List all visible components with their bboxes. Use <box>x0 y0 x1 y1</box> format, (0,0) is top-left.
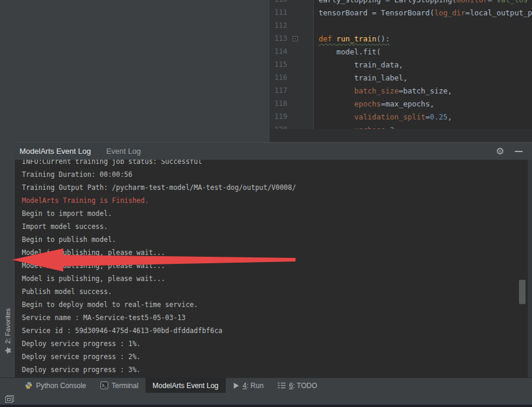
log-line: Service id : 59d30946-475d-4613-90bd-dfd… <box>22 324 296 337</box>
code-line-113: 113-def run_train(): <box>270 32 532 45</box>
code-line-116: 116 train_label, <box>270 71 532 84</box>
line-number: 113 <box>270 34 287 43</box>
log-line: ModelArts Training is Finished. <box>22 194 296 207</box>
line-number: 115 <box>270 60 287 69</box>
editor-bottom-clip <box>270 129 532 142</box>
code-line-118: 118 epochs=max_epochs, <box>270 97 532 110</box>
code-token-plain: , <box>447 112 452 121</box>
log-line: Deploy service progress : 1%. <box>22 337 296 350</box>
code-token-num: 0.25 <box>430 112 447 121</box>
code-text: train_data, <box>314 60 403 69</box>
bottom-tab-terminal[interactable]: Terminal <box>93 378 145 393</box>
log-line: Model is publishing, please wait... <box>22 246 296 259</box>
code-text: epochs=max_epochs, <box>314 99 434 108</box>
fold-marker-icon[interactable]: - <box>293 36 298 41</box>
code-line-110: 110early_stopping = EarlyStopping(monito… <box>270 0 532 6</box>
editor-gutter: 118 <box>270 97 314 110</box>
editor-gutter: 116 <box>270 71 314 84</box>
log-lines-container: INFO:Current training job status: Succes… <box>22 160 296 376</box>
python-icon <box>25 382 33 389</box>
code-text: batch_size=batch_size, <box>314 86 452 95</box>
code-line-117: 117 batch_size=batch_size, <box>270 84 532 97</box>
code-token-plain: tensorBoard = TensorBoard( <box>319 8 434 17</box>
label-rest: : Run <box>246 382 264 390</box>
event-log-console[interactable]: INFO:Current training job status: Succes… <box>15 160 528 377</box>
code-lines-container: 110early_stopping = EarlyStopping(monito… <box>270 0 532 136</box>
code-token-param: epochs <box>354 99 381 108</box>
line-number: 114 <box>270 47 287 56</box>
code-token-plain: model.fit( <box>319 47 381 56</box>
editor-gutter: 110 <box>270 0 314 6</box>
log-line: Training Output Path: /pycharm-test-mode… <box>22 181 296 194</box>
log-line: Training Duration: 00:00:56 <box>22 168 296 181</box>
tool-window-header: ModelArts Event LogEvent Log ⚙ <box>0 142 532 160</box>
log-line: Import model success. <box>22 220 296 233</box>
code-token-param: batch_size <box>354 86 398 95</box>
code-text: validation_split=0.25, <box>314 112 452 121</box>
toggle-windows-icon[interactable] <box>5 395 15 403</box>
code-token-plain: =batch_size, <box>398 86 452 95</box>
bottom-tab-label: 4: Run <box>243 382 264 390</box>
bottom-tab-6-todo[interactable]: 6: TODO <box>271 378 325 393</box>
log-line: Begin to publish model. <box>22 233 296 246</box>
bottom-tab-label: ModelArts Event Log <box>153 382 218 390</box>
editor-gutter: 112 <box>270 19 314 32</box>
log-line: INFO:Current training job status: Succes… <box>22 160 296 168</box>
label-rest: : TODO <box>293 382 317 390</box>
code-token-kw: def <box>319 34 336 43</box>
mnemonic-key: 6 <box>289 382 293 390</box>
code-token-plain <box>319 86 354 95</box>
gear-icon[interactable]: ⚙ <box>496 147 504 156</box>
code-token-plain: =local_output_p <box>465 8 532 17</box>
code-text: tensorBoard = TensorBoard(log_dir=local_… <box>314 8 532 17</box>
bottom-tab-python-console[interactable]: Python Console <box>18 378 93 393</box>
bottom-tab-label: 6: TODO <box>289 382 317 390</box>
tool-window-actions: ⚙ <box>496 147 523 156</box>
window-bottom-edge <box>0 405 532 407</box>
bottom-tab-label: Python Console <box>36 382 86 390</box>
code-line-111: 111tensorBoard = TensorBoard(log_dir=loc… <box>270 6 532 19</box>
panel-tab-modelarts-event-log[interactable]: ModelArts Event Log <box>20 147 91 156</box>
code-token-plain: = <box>488 0 492 4</box>
editor-gutter: 113- <box>270 32 314 45</box>
code-line-114: 114 model.fit( <box>270 45 532 58</box>
pycharm-window: 110early_stopping = EarlyStopping(monito… <box>0 0 532 407</box>
line-number: 112 <box>270 21 287 30</box>
log-line: Deploy service progress : 3%. <box>22 363 296 376</box>
panel-tab-event-log[interactable]: Event Log <box>106 147 141 156</box>
sidebar-item-2-favorites[interactable]: 2: Favorites <box>1 301 15 362</box>
log-line: Model is publishing, please wait... <box>22 259 296 272</box>
code-token-plain: early_stopping = EarlyStopping( <box>319 0 456 4</box>
line-number: 111 <box>270 8 287 17</box>
code-token-param: log_dir <box>434 8 466 17</box>
log-line: Begin to deploy model to real-time servi… <box>22 298 296 311</box>
code-token-str: 'val_los <box>492 0 528 4</box>
line-number: 110 <box>270 0 287 4</box>
code-token-plain <box>319 99 354 108</box>
log-scrollbar-thumb[interactable] <box>519 280 525 304</box>
log-line: Publish model success. <box>22 285 296 298</box>
line-number: 117 <box>270 86 287 95</box>
log-line: Service name : MA-Service-test5-05-03-13 <box>22 311 296 324</box>
code-editor[interactable]: 110early_stopping = EarlyStopping(monito… <box>270 0 532 142</box>
bottom-tab-4-run[interactable]: 4: Run <box>226 378 271 393</box>
code-line-112: 112 <box>270 19 532 32</box>
editor-gutter: 114 <box>270 45 314 58</box>
code-text: model.fit( <box>314 47 381 56</box>
code-line-119: 119 validation_split=0.25, <box>270 110 532 123</box>
minimize-icon[interactable] <box>515 151 523 152</box>
code-token-plain <box>319 112 354 121</box>
line-number: 116 <box>270 73 287 82</box>
log-line: Model is publishing, please wait... <box>22 272 296 285</box>
code-line-115: 115 train_data, <box>270 58 532 71</box>
log-right-gutter <box>528 160 532 377</box>
bottom-tab-modelarts-event-log[interactable]: ModelArts Event Log <box>145 378 225 393</box>
code-text: early_stopping = EarlyStopping(monitor='… <box>314 0 528 4</box>
status-bar <box>0 393 532 405</box>
editor-gutter: 115 <box>270 58 314 71</box>
bottom-tab-label: Terminal <box>112 382 138 390</box>
code-token-param: monitor <box>456 0 488 4</box>
star-icon <box>4 347 12 354</box>
left-tool-strip: 2: FavoritesMModelArts Explorer7: Struct… <box>0 142 15 377</box>
code-text: train_label, <box>314 73 408 82</box>
